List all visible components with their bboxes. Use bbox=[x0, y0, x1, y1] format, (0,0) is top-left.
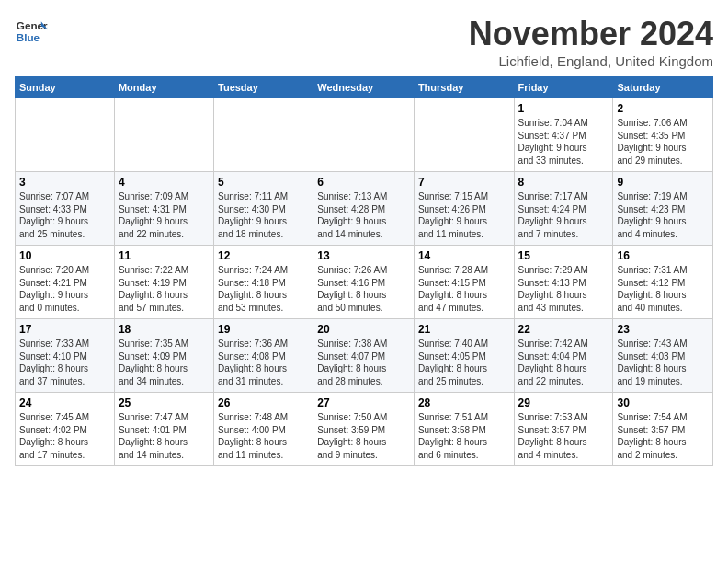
calendar-cell: 20Sunrise: 7:38 AM Sunset: 4:07 PM Dayli… bbox=[313, 319, 415, 393]
day-info: Sunrise: 7:33 AM Sunset: 4:10 PM Dayligh… bbox=[19, 338, 110, 387]
day-number: 13 bbox=[317, 249, 410, 262]
day-info: Sunrise: 7:20 AM Sunset: 4:21 PM Dayligh… bbox=[19, 264, 110, 314]
day-number: 4 bbox=[119, 176, 210, 189]
day-number: 7 bbox=[418, 176, 510, 189]
calendar-cell: 16Sunrise: 7:31 AM Sunset: 4:12 PM Dayli… bbox=[613, 246, 713, 319]
calendar-cell: 30Sunrise: 7:54 AM Sunset: 3:57 PM Dayli… bbox=[613, 393, 713, 466]
calendar-cell: 9Sunrise: 7:19 AM Sunset: 4:23 PM Daylig… bbox=[613, 172, 713, 246]
day-info: Sunrise: 7:07 AM Sunset: 4:33 PM Dayligh… bbox=[19, 190, 110, 240]
day-info: Sunrise: 7:48 AM Sunset: 4:00 PM Dayligh… bbox=[218, 411, 309, 461]
day-number: 17 bbox=[19, 323, 110, 336]
day-info: Sunrise: 7:47 AM Sunset: 4:01 PM Dayligh… bbox=[119, 411, 210, 461]
day-number: 20 bbox=[317, 323, 410, 336]
day-number: 25 bbox=[119, 396, 210, 409]
day-info: Sunrise: 7:35 AM Sunset: 4:09 PM Dayligh… bbox=[119, 338, 210, 387]
svg-text:Blue: Blue bbox=[17, 31, 40, 43]
day-number: 24 bbox=[19, 396, 110, 409]
weekday-header: Sunday bbox=[16, 77, 115, 98]
weekday-header: Tuesday bbox=[214, 77, 313, 98]
calendar-cell: 29Sunrise: 7:53 AM Sunset: 3:57 PM Dayli… bbox=[514, 393, 613, 466]
calendar-cell: 6Sunrise: 7:13 AM Sunset: 4:28 PM Daylig… bbox=[313, 172, 415, 246]
calendar-week-row: 1Sunrise: 7:04 AM Sunset: 4:37 PM Daylig… bbox=[16, 98, 713, 172]
day-info: Sunrise: 7:13 AM Sunset: 4:28 PM Dayligh… bbox=[317, 190, 410, 240]
day-number: 6 bbox=[317, 176, 410, 189]
calendar-cell: 12Sunrise: 7:24 AM Sunset: 4:18 PM Dayli… bbox=[214, 246, 313, 319]
day-info: Sunrise: 7:19 AM Sunset: 4:23 PM Dayligh… bbox=[617, 190, 709, 240]
calendar-cell: 21Sunrise: 7:40 AM Sunset: 4:05 PM Dayli… bbox=[414, 319, 514, 393]
calendar-cell: 26Sunrise: 7:48 AM Sunset: 4:00 PM Dayli… bbox=[214, 393, 313, 466]
day-number: 9 bbox=[617, 176, 709, 189]
day-number: 11 bbox=[119, 249, 210, 262]
day-info: Sunrise: 7:42 AM Sunset: 4:04 PM Dayligh… bbox=[518, 338, 609, 387]
calendar-cell: 2Sunrise: 7:06 AM Sunset: 4:35 PM Daylig… bbox=[613, 98, 713, 172]
day-info: Sunrise: 7:29 AM Sunset: 4:13 PM Dayligh… bbox=[518, 264, 609, 314]
calendar-week-row: 3Sunrise: 7:07 AM Sunset: 4:33 PM Daylig… bbox=[16, 172, 713, 246]
weekday-header: Wednesday bbox=[313, 77, 415, 98]
day-info: Sunrise: 7:06 AM Sunset: 4:35 PM Dayligh… bbox=[617, 117, 709, 167]
day-number: 2 bbox=[617, 102, 709, 115]
day-number: 27 bbox=[317, 396, 410, 409]
calendar-cell bbox=[114, 98, 213, 172]
day-info: Sunrise: 7:36 AM Sunset: 4:08 PM Dayligh… bbox=[218, 338, 309, 387]
day-info: Sunrise: 7:50 AM Sunset: 3:59 PM Dayligh… bbox=[317, 411, 410, 461]
calendar-cell: 11Sunrise: 7:22 AM Sunset: 4:19 PM Dayli… bbox=[114, 246, 213, 319]
day-info: Sunrise: 7:28 AM Sunset: 4:15 PM Dayligh… bbox=[418, 264, 510, 314]
day-number: 29 bbox=[518, 396, 609, 409]
calendar-cell: 25Sunrise: 7:47 AM Sunset: 4:01 PM Dayli… bbox=[114, 393, 213, 466]
location-title: Lichfield, England, United Kingdom bbox=[469, 53, 713, 69]
day-number: 15 bbox=[518, 249, 609, 262]
calendar-cell: 3Sunrise: 7:07 AM Sunset: 4:33 PM Daylig… bbox=[16, 172, 115, 246]
calendar-cell: 7Sunrise: 7:15 AM Sunset: 4:26 PM Daylig… bbox=[414, 172, 514, 246]
day-number: 16 bbox=[617, 249, 709, 262]
day-info: Sunrise: 7:17 AM Sunset: 4:24 PM Dayligh… bbox=[518, 190, 609, 240]
calendar-cell: 22Sunrise: 7:42 AM Sunset: 4:04 PM Dayli… bbox=[514, 319, 613, 393]
day-number: 30 bbox=[617, 396, 709, 409]
calendar-cell bbox=[214, 98, 313, 172]
calendar-cell: 27Sunrise: 7:50 AM Sunset: 3:59 PM Dayli… bbox=[313, 393, 415, 466]
day-number: 5 bbox=[218, 176, 309, 189]
day-info: Sunrise: 7:43 AM Sunset: 4:03 PM Dayligh… bbox=[617, 338, 709, 387]
day-number: 18 bbox=[119, 323, 210, 336]
day-info: Sunrise: 7:45 AM Sunset: 4:02 PM Dayligh… bbox=[19, 411, 110, 461]
day-info: Sunrise: 7:09 AM Sunset: 4:31 PM Dayligh… bbox=[119, 190, 210, 240]
day-info: Sunrise: 7:11 AM Sunset: 4:30 PM Dayligh… bbox=[218, 190, 309, 240]
calendar-cell: 10Sunrise: 7:20 AM Sunset: 4:21 PM Dayli… bbox=[16, 246, 115, 319]
calendar-cell: 19Sunrise: 7:36 AM Sunset: 4:08 PM Dayli… bbox=[214, 319, 313, 393]
day-info: Sunrise: 7:15 AM Sunset: 4:26 PM Dayligh… bbox=[418, 190, 510, 240]
calendar-cell: 14Sunrise: 7:28 AM Sunset: 4:15 PM Dayli… bbox=[414, 246, 514, 319]
calendar-cell: 28Sunrise: 7:51 AM Sunset: 3:58 PM Dayli… bbox=[414, 393, 514, 466]
weekday-header: Monday bbox=[114, 77, 213, 98]
weekday-header: Friday bbox=[514, 77, 613, 98]
calendar-cell bbox=[16, 98, 115, 172]
calendar-cell bbox=[313, 98, 415, 172]
day-info: Sunrise: 7:53 AM Sunset: 3:57 PM Dayligh… bbox=[518, 411, 609, 461]
calendar-cell: 23Sunrise: 7:43 AM Sunset: 4:03 PM Dayli… bbox=[613, 319, 713, 393]
weekday-header: Thursday bbox=[414, 77, 514, 98]
day-number: 22 bbox=[518, 323, 609, 336]
day-number: 26 bbox=[218, 396, 309, 409]
calendar-cell bbox=[414, 98, 514, 172]
day-info: Sunrise: 7:54 AM Sunset: 3:57 PM Dayligh… bbox=[617, 411, 709, 461]
day-info: Sunrise: 7:40 AM Sunset: 4:05 PM Dayligh… bbox=[418, 338, 510, 387]
calendar-cell: 8Sunrise: 7:17 AM Sunset: 4:24 PM Daylig… bbox=[514, 172, 613, 246]
calendar-week-row: 10Sunrise: 7:20 AM Sunset: 4:21 PM Dayli… bbox=[16, 246, 713, 319]
day-number: 1 bbox=[518, 102, 609, 115]
calendar-cell: 18Sunrise: 7:35 AM Sunset: 4:09 PM Dayli… bbox=[114, 319, 213, 393]
day-number: 19 bbox=[218, 323, 309, 336]
calendar-table: SundayMondayTuesdayWednesdayThursdayFrid… bbox=[15, 76, 713, 466]
day-info: Sunrise: 7:22 AM Sunset: 4:19 PM Dayligh… bbox=[119, 264, 210, 314]
page-header: General Blue November 2024 Lichfield, En… bbox=[15, 15, 713, 69]
day-number: 28 bbox=[418, 396, 510, 409]
day-number: 23 bbox=[617, 323, 709, 336]
logo: General Blue bbox=[15, 15, 48, 48]
weekday-header: Saturday bbox=[613, 77, 713, 98]
day-info: Sunrise: 7:04 AM Sunset: 4:37 PM Dayligh… bbox=[518, 117, 609, 167]
day-number: 14 bbox=[418, 249, 510, 262]
day-info: Sunrise: 7:38 AM Sunset: 4:07 PM Dayligh… bbox=[317, 338, 410, 387]
calendar-cell: 4Sunrise: 7:09 AM Sunset: 4:31 PM Daylig… bbox=[114, 172, 213, 246]
day-info: Sunrise: 7:51 AM Sunset: 3:58 PM Dayligh… bbox=[418, 411, 510, 461]
day-number: 10 bbox=[19, 249, 110, 262]
logo-icon: General Blue bbox=[15, 15, 48, 48]
day-number: 21 bbox=[418, 323, 510, 336]
day-info: Sunrise: 7:24 AM Sunset: 4:18 PM Dayligh… bbox=[218, 264, 309, 314]
